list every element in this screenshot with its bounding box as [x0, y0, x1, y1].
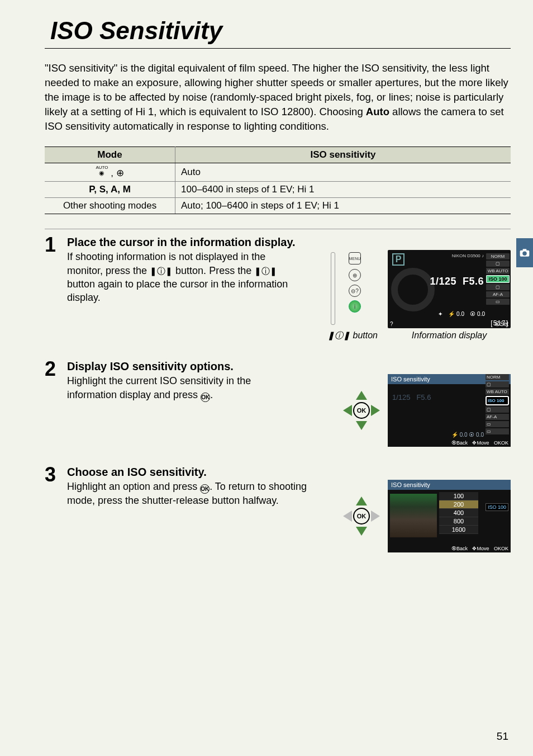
step-number: 1 [45, 235, 67, 341]
back-hint: ⦿Back [451, 546, 468, 551]
step-title: Place the cursor in the information disp… [67, 236, 511, 249]
info-display: P NIKON D3500 ♪ 1/125 F5.6 NORM ▢ WB AUT… [388, 250, 511, 328]
step-3: 3 Choose an ISO sensitivity. Highlight a… [45, 466, 511, 552]
info-button-icon: i [349, 300, 361, 313]
list-item-selected: 200 [439, 500, 478, 509]
mode-auto-icons: AUTO◉ , ⊕ [45, 163, 175, 182]
quality-badge: NORM [486, 374, 509, 380]
step-2: 2 Display ISO sensitivity options. Highl… [45, 360, 511, 447]
bottom-hints: ⦿Back ✥Move OKOK [388, 440, 511, 446]
intro-paragraph: "ISO sensitivity" is the digital equival… [45, 61, 511, 133]
down-arrow-icon [356, 527, 367, 536]
badge: ▢ [486, 261, 510, 267]
wb-badge: WB AUTO [486, 268, 510, 274]
iso-cell: 100–6400 in steps of 1 EV; Hi 1 [175, 182, 511, 198]
list-item: 1600 [439, 526, 478, 534]
multi-selector-icon: OK [345, 495, 378, 537]
caption-right: Information display [388, 330, 511, 341]
help-icon: ? [390, 321, 393, 327]
auto-mode-icon: AUTO◉ [96, 166, 108, 176]
t: button. Press the [173, 265, 254, 276]
iso-cell: Auto; 100–6400 in steps of 1 EV; Hi 1 [175, 198, 511, 214]
intro-bold: Auto [366, 106, 389, 117]
camera-edge [331, 252, 335, 325]
ok-hint: OKOK [494, 546, 508, 551]
step-text: Highlight the current ISO sensitivity in… [67, 374, 302, 401]
back-hint: ⦿Back [451, 440, 468, 446]
up-arrow-icon [356, 497, 367, 505]
svg-point-1 [522, 252, 527, 256]
section-tab-camera-icon [516, 238, 533, 267]
move-hint: ✥Move [472, 546, 489, 551]
t: button [350, 330, 378, 340]
mode-cell: Other shooting modes [45, 198, 175, 214]
exposure-values: 1/125 F5.6 [392, 393, 431, 401]
step-title: Choose an ISO sensitivity. [67, 466, 511, 479]
iso-badge-highlighted: ISO 100 [486, 396, 509, 405]
step-number: 3 [45, 465, 67, 552]
step-title: Display ISO sensitivity options. [67, 360, 511, 373]
up-arrow-icon [356, 391, 367, 400]
page-number: 51 [497, 730, 508, 743]
flash-off-icon: ⊕ [116, 168, 124, 178]
left-arrow-icon [343, 511, 352, 522]
t: button again to place the cursor in the … [67, 278, 288, 303]
badge: ▭ [486, 421, 509, 427]
right-arrow-icon [371, 511, 380, 522]
table-row: P, S, A, M 100–6400 in steps of 1 EV; Hi… [45, 182, 511, 198]
table-row: Other shooting modes Auto; 100–6400 in s… [45, 198, 511, 214]
list-item: 100 [439, 492, 478, 500]
mode-cell: P, S, A, M [45, 182, 175, 198]
iso-badge: ISO 100 [486, 275, 510, 283]
th-iso: ISO sensitivity [175, 147, 511, 163]
t: Highlight an option and press [67, 481, 200, 492]
badge: ▢ [486, 407, 509, 413]
caption-left: ❚ⓘ❚ button [327, 330, 378, 341]
table-row: AUTO◉ , ⊕ Auto [45, 163, 511, 182]
zoom-in-button-icon: ⊕ [349, 269, 361, 281]
iso-badge: ISO 100 [486, 503, 508, 511]
af-badge: AF-A [486, 291, 510, 297]
camera-icon [519, 247, 530, 258]
badge: ▭ [486, 428, 509, 434]
badge: ▢ [486, 381, 509, 388]
iso-options-screen: ISO sensitivity 1/125 F5.6 ⚡ 0.0 ⦿ 0.0 N… [388, 374, 511, 447]
badge: ▭ [486, 299, 510, 305]
iso-list: 100 200 400 800 1600 [439, 492, 478, 534]
exposure-dial [391, 268, 435, 311]
screen-header: ISO sensitivity [388, 480, 511, 490]
step-number: 2 [45, 359, 67, 447]
down-arrow-icon [356, 421, 367, 430]
right-status-column: NORM ▢ WB AUTO ISO 100 ▢ AF-A ▭ [486, 253, 510, 306]
mode-indicator: P [392, 253, 404, 266]
t: Highlight the current ISO sensitivity in… [67, 375, 251, 400]
step-text: Highlight an option and press OK. To ret… [67, 480, 313, 507]
camera-back-figure: MENU ⊕ ⊖? i ❚ⓘ❚ button [327, 250, 378, 341]
svg-rect-2 [523, 249, 527, 251]
ok-center-icon: OK [353, 508, 370, 525]
info-display-figure: P NIKON D3500 ♪ 1/125 F5.6 NORM ▢ WB AUT… [388, 250, 511, 341]
camera-model-label: NIKON D3500 ♪ [452, 253, 484, 258]
wb-badge: WB AUTO [486, 389, 509, 395]
iso-cell: Auto [175, 163, 511, 182]
info-button-icon: ❚ⓘ❚ [150, 266, 173, 276]
iso-mode-table: Mode ISO sensitivity AUTO◉ , ⊕ Auto P, S… [45, 147, 511, 214]
ok-hint: OKOK [494, 440, 508, 446]
menu-button-icon: MENU [349, 252, 361, 264]
right-status-column: NORM ▢ WB AUTO ISO 100 ▢ AF-A ▭ ▭ [486, 374, 509, 436]
af-badge: AF-A [486, 414, 509, 420]
left-arrow-icon [343, 405, 352, 416]
page-title: ISO Sensitivity [50, 17, 511, 45]
right-arrow-icon [371, 405, 380, 416]
zoom-out-button-icon: ⊖? [349, 285, 361, 297]
ok-button-icon: OK [201, 393, 210, 402]
ok-center-icon: OK [353, 402, 370, 419]
move-hint: ✥Move [472, 440, 489, 446]
list-item: 800 [439, 517, 478, 526]
step-text: If shooting information is not displayed… [67, 250, 302, 304]
th-mode: Mode [45, 147, 175, 163]
comp-row: ⚡ 0.0 ⦿ 0.0 [451, 432, 484, 438]
info-button-icon: ❚ⓘ❚ [327, 330, 350, 340]
iso-select-screen: ISO sensitivity 100 200 400 800 1600 ISO… [388, 480, 511, 552]
comp-row: ✦⚡ 0.0⦿ 0.0 [438, 311, 485, 317]
